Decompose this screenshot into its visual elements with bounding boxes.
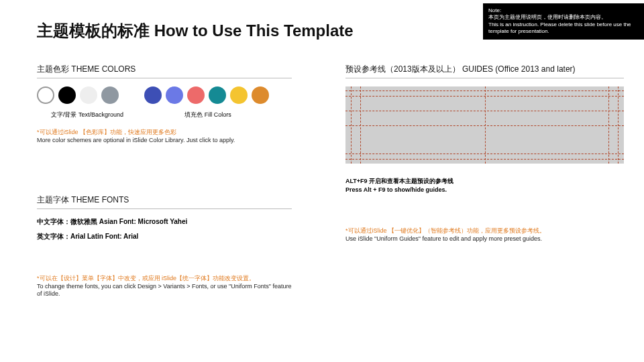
note-line-en: This is an instruction. Please delete th… [488,21,639,36]
section-heading-guides: 预设参考线（2013版本及以上） GUIDES (Office 2013 and… [345,64,624,78]
note-title: Note: [488,7,639,14]
tip-guides-sub: Use iSlide "Uniform Guides" feature to e… [345,235,624,243]
swatch-text-4 [101,86,119,104]
swatch-text-2 [58,86,76,104]
note-box: Note: 本页为主题使用说明页，使用时请删除本页内容。 This is an … [483,3,644,40]
section-theme-colors: 主题色彩 THEME COLORS 文字/背景 Text/Background … [37,64,292,144]
section-guides: 预设参考线（2013版本及以上） GUIDES (Office 2013 and… [345,64,624,243]
alt-f9-zh: ALT+F9 开启和查看本主题预设的参考线 [345,177,624,186]
swatch-fill-6 [252,86,269,104]
swatch-fill-3 [187,86,205,104]
guide-line [360,86,361,164]
tip-guides-accent: *可以通过iSlide 【一键优化】（智能参考线）功能，应用更多预设参考线。 [345,227,624,235]
swatch-fill-5 [230,86,248,104]
swatch-fill-2 [166,86,183,104]
guide-line [485,86,486,164]
font-asian: 中文字体：微软雅黑 Asian Font: Microsoft Yahei [37,217,292,227]
swatch-group-text [37,86,119,104]
page-title: 主题模板的标准 How to Use This Template [37,20,354,42]
swatch-text-3 [80,86,97,104]
font-latin: 英文字体：Arial Latin Font: Arial [37,232,292,241]
section-heading-fonts: 主题字体 THEME FONTS [37,194,292,209]
section-theme-fonts: 主题字体 THEME FONTS 中文字体：微软雅黑 Asian Font: M… [37,194,292,298]
swatch-fill-1 [144,86,162,104]
swatch-text-1 [37,86,54,104]
swatch-label-textbg: 文字/背景 Text/Background [37,111,138,119]
swatch-fill-4 [209,86,226,104]
tip-colors-accent: *可以通过iSlide 【色彩库】功能，快速应用更多色彩 [37,129,292,137]
guides-preview [345,86,624,164]
tip-fonts-accent: *可以在【设计】菜单【字体】中改变，或应用 iSlide【统一字体】功能改变设置… [37,275,292,283]
tip-fonts: *可以在【设计】菜单【字体】中改变，或应用 iSlide【统一字体】功能改变设置… [37,275,292,298]
guide-line [351,86,352,164]
note-line-zh: 本页为主题使用说明页，使用时请删除本页内容。 [488,14,639,21]
swatch-group-fill [144,86,269,104]
tip-colors-sub: More color schemes are optional in iSlid… [37,137,292,145]
tip-guides: *可以通过iSlide 【一键优化】（智能参考线）功能，应用更多预设参考线。 U… [345,227,624,243]
swatch-label-fill: 填充色 Fill Colors [138,111,278,119]
swatch-labels: 文字/背景 Text/Background 填充色 Fill Colors [37,111,292,119]
swatch-row [37,86,292,104]
guide-line [608,86,609,164]
guide-line [618,86,619,164]
alt-f9-en: Press Alt + F9 to show/hide guides. [345,186,624,194]
tip-fonts-sub: To change theme fonts, you can click Des… [37,283,292,298]
alt-f9-line: ALT+F9 开启和查看本主题预设的参考线 Press Alt + F9 to … [345,177,624,194]
tip-colors: *可以通过iSlide 【色彩库】功能，快速应用更多色彩 More color … [37,129,292,144]
section-heading-colors: 主题色彩 THEME COLORS [37,64,292,78]
